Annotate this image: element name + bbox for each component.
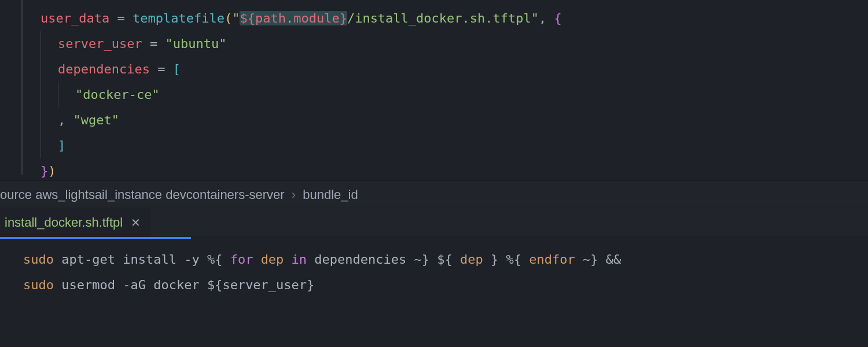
lower-editor[interactable]: sudo apt-get install -y %{ for dep in de… bbox=[0, 239, 868, 298]
property: user_data bbox=[41, 11, 109, 25]
tab-label: install_docker.sh.tftpl bbox=[5, 215, 123, 230]
function-call: templatefile bbox=[133, 11, 225, 25]
code-line[interactable]: user_data = templatefile("${path.module}… bbox=[0, 6, 868, 31]
gutter-indent-guide bbox=[21, 0, 23, 175]
code-line[interactable]: server_user = "ubuntu" bbox=[0, 31, 868, 57]
chevron-right-icon: › bbox=[292, 187, 296, 202]
breadcrumb[interactable]: ource aws_lightsail_instance devcontaine… bbox=[0, 180, 868, 208]
breadcrumb-item[interactable]: bundle_id bbox=[303, 187, 358, 202]
breadcrumb-item[interactable]: ource bbox=[0, 187, 32, 202]
breadcrumb-item[interactable]: devcontainers-server bbox=[165, 187, 284, 202]
code-line[interactable]: sudo usermod -aG docker ${server_user} bbox=[0, 272, 868, 298]
breadcrumb-item[interactable]: aws_lightsail_instance bbox=[35, 187, 162, 202]
code-line[interactable]: }) bbox=[0, 158, 868, 184]
close-icon[interactable]: ✕ bbox=[131, 216, 141, 230]
code-line[interactable]: "docker-ce" bbox=[0, 82, 868, 108]
code-line[interactable]: dependencies = [ bbox=[0, 57, 868, 82]
code-area[interactable]: user_data = templatefile("${path.module}… bbox=[0, 0, 868, 184]
tab-bar[interactable]: install_docker.sh.tftpl ✕ bbox=[0, 208, 868, 237]
tab-install-docker[interactable]: install_docker.sh.tftpl ✕ bbox=[0, 208, 151, 237]
code-line[interactable]: ] bbox=[0, 133, 868, 158]
upper-editor[interactable]: user_data = templatefile("${path.module}… bbox=[0, 0, 868, 180]
code-line[interactable]: , "wget" bbox=[0, 108, 868, 133]
code-line[interactable]: sudo apt-get install -y %{ for dep in de… bbox=[0, 247, 868, 272]
